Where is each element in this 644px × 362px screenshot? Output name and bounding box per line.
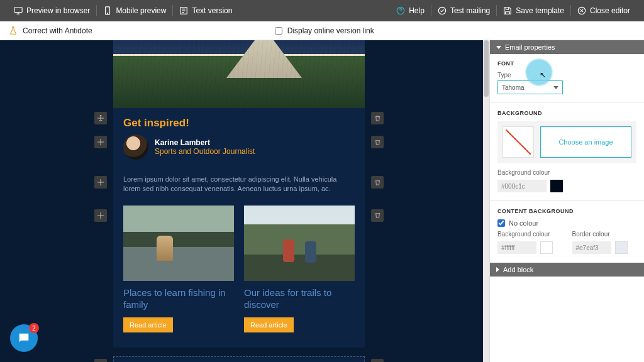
no-image-swatch[interactable] — [502, 126, 534, 158]
move-handle[interactable] — [94, 112, 107, 124]
read-article-button[interactable]: Read article — [244, 317, 294, 332]
border-colour-label: Border colour — [572, 231, 637, 238]
move-handle[interactable] — [94, 209, 107, 222]
scrollbar-thumb[interactable] — [484, 40, 489, 97]
article-2: Our ideas for trails to discover Read ar… — [244, 206, 355, 332]
inspired-block[interactable]: Get inspired! Karine Lambert Sports and … — [113, 108, 365, 175]
scrollbar[interactable] — [483, 40, 489, 362]
correct-antidote-button[interactable]: Correct with Antidote — [9, 26, 92, 35]
author-avatar — [123, 134, 148, 160]
chevron-down-icon — [496, 46, 501, 49]
move-handle[interactable] — [94, 176, 107, 189]
text-icon — [179, 6, 188, 15]
content-bg-colour-swatch[interactable] — [540, 241, 553, 254]
article-1: Places to learn fishing in family Read a… — [123, 206, 234, 332]
save-template-button[interactable]: Save template — [497, 0, 570, 21]
display-online-input[interactable] — [275, 27, 282, 35]
bg-colour-swatch[interactable] — [550, 180, 563, 192]
mobile-preview-label: Mobile preview — [116, 6, 166, 15]
font-type-select[interactable]: Tahoma — [497, 80, 563, 94]
mobile-icon — [103, 6, 112, 15]
cursor-icon: ↖ — [540, 70, 546, 79]
mobile-preview-button[interactable]: Mobile preview — [97, 0, 172, 21]
help-icon — [396, 6, 405, 15]
article-title: Our ideas for trails to discover — [244, 287, 355, 311]
no-colour-input[interactable] — [497, 219, 505, 227]
content-bg-colour-value: #ffffff — [501, 244, 514, 251]
font-type-value: Tahoma — [502, 84, 525, 91]
email-properties-panel: FONT Type Tahoma BACKGROUND Choose an im… — [490, 54, 644, 263]
content-bg-colour-input[interactable]: #ffffff — [497, 241, 536, 254]
article-image[interactable] — [123, 206, 234, 281]
bg-colour-label: Background colour — [497, 169, 636, 176]
type-label: Type — [497, 72, 636, 79]
sidebar: Email properties FONT Type Tahoma BACKGR… — [489, 40, 644, 362]
test-mailing-button[interactable]: Test mailing — [431, 0, 496, 21]
bg-colour-input[interactable]: #000c1c — [497, 180, 547, 192]
read-article-button[interactable]: Read article — [123, 317, 173, 332]
topbar: Preview in browser Mobile preview Text v… — [0, 0, 644, 21]
divider — [490, 102, 644, 102]
save-template-label: Save template — [516, 6, 564, 15]
preview-browser-label: Preview in browser — [26, 6, 90, 15]
add-block-header[interactable]: Add block — [490, 263, 644, 277]
grass-texture — [113, 40, 365, 108]
help-label: Help — [409, 6, 425, 15]
background-image-row: Choose an image — [497, 121, 636, 163]
flask-icon — [9, 26, 18, 35]
delete-block-button[interactable] — [371, 359, 384, 362]
svg-rect-0 — [14, 8, 22, 13]
lorem-text: Lorem ipsum dolor sit amet, consectetur … — [123, 175, 355, 194]
no-colour-checkbox[interactable]: No colour — [497, 219, 636, 227]
display-online-label: Display online version link — [287, 26, 374, 35]
add-block-label: Add block — [503, 266, 533, 273]
chevron-down-icon — [553, 86, 558, 89]
chevron-right-icon — [496, 267, 499, 272]
choose-image-button[interactable]: Choose an image — [540, 126, 631, 158]
text-version-button[interactable]: Text version — [173, 0, 238, 21]
canvas-area[interactable]: Get inspired! Karine Lambert Sports and … — [0, 40, 489, 362]
delete-block-button[interactable] — [371, 112, 384, 124]
choose-image-label: Choose an image — [558, 138, 613, 146]
no-colour-label: No colour — [509, 219, 538, 227]
delete-block-button[interactable] — [371, 209, 384, 222]
background-section-title: BACKGROUND — [497, 110, 636, 116]
svg-point-5 — [438, 7, 445, 14]
save-icon — [503, 6, 512, 15]
author-role: Sports and Outdoor Journalist — [155, 147, 255, 156]
help-button[interactable]: Help — [390, 0, 431, 21]
move-handle[interactable] — [94, 359, 107, 362]
close-icon — [577, 6, 586, 15]
chat-badge: 2 — [29, 323, 39, 333]
font-section-title: FONT — [497, 60, 636, 67]
chat-badge-count: 2 — [32, 325, 36, 332]
close-editor-button[interactable]: Close editor — [571, 0, 636, 21]
test-mailing-label: Test mailing — [450, 6, 490, 15]
email-properties-header[interactable]: Email properties — [490, 40, 644, 54]
email-properties-label: Email properties — [505, 43, 555, 51]
border-colour-input[interactable]: #e7eaf3 — [572, 241, 611, 254]
email-canvas: Get inspired! Karine Lambert Sports and … — [113, 40, 365, 362]
svg-point-2 — [108, 13, 108, 14]
border-colour-value: #e7eaf3 — [576, 244, 599, 251]
chat-button[interactable]: 2 — [10, 324, 38, 352]
delete-block-button[interactable] — [371, 136, 384, 148]
preview-browser-button[interactable]: Preview in browser — [8, 0, 96, 21]
bg-colour-value: #000c1c — [501, 183, 525, 190]
dashed-block[interactable] — [113, 356, 365, 362]
divider — [490, 200, 644, 200]
articles-block[interactable]: Places to learn fishing in family Read a… — [113, 206, 365, 348]
display-online-checkbox[interactable]: Display online version link — [275, 26, 374, 35]
author-row: Karine Lambert Sports and Outdoor Journa… — [123, 134, 355, 160]
move-handle[interactable] — [94, 136, 107, 148]
lorem-block[interactable]: Lorem ipsum dolor sit amet, consectetur … — [113, 175, 365, 206]
subbar: Correct with Antidote Display online ver… — [0, 21, 644, 40]
border-colour-swatch[interactable] — [615, 241, 628, 254]
article-image[interactable] — [244, 206, 355, 281]
article-title: Places to learn fishing in family — [123, 287, 234, 311]
hero-image-block[interactable] — [113, 40, 365, 108]
delete-block-button[interactable] — [371, 176, 384, 189]
close-editor-label: Close editor — [590, 6, 630, 15]
content-bg-section-title: CONTENT BACKGROUND — [497, 208, 636, 214]
content-bg-colour-label: Background colour — [497, 231, 562, 238]
